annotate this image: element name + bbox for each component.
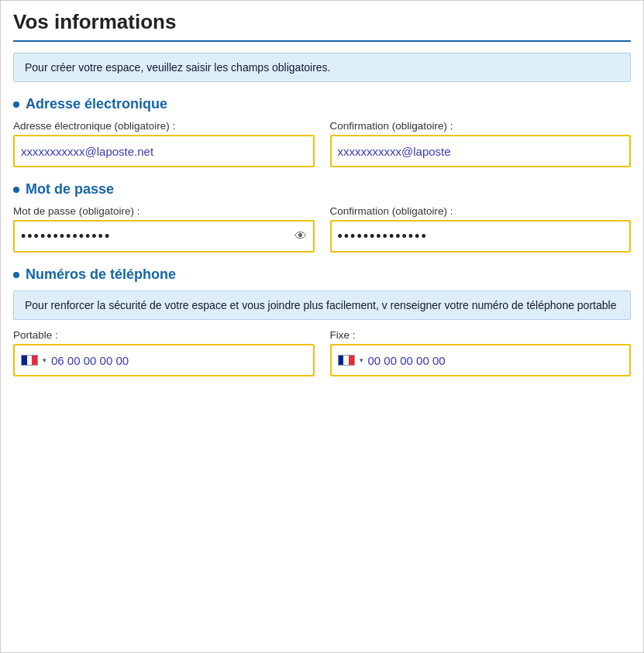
fixe-flag-dropdown[interactable]: ▾	[338, 354, 363, 366]
page-container: Vos informations Pour créer votre espace…	[0, 0, 644, 653]
confirm-email-field-group: Confirmation (obligatoire) :	[330, 120, 632, 167]
portable-input-wrapper[interactable]: ▾	[13, 344, 315, 376]
confirm-password-input-wrapper[interactable]: ••••••••••••••	[330, 220, 632, 253]
portable-input[interactable]	[51, 354, 307, 367]
password-input-wrapper[interactable]: •••••••••••••• 👁	[13, 220, 315, 253]
fixe-input[interactable]	[368, 354, 624, 367]
phone-info-banner: Pour renforcer la sécurité de votre espa…	[13, 290, 631, 320]
password-dots: ••••••••••••••	[21, 229, 111, 245]
email-label: Adresse électronique (obligatoire) :	[13, 120, 315, 132]
confirm-email-label: Confirmation (obligatoire) :	[330, 120, 632, 132]
email-input[interactable]	[21, 145, 307, 158]
fixe-chevron-icon: ▾	[360, 356, 363, 364]
confirm-password-dots: ••••••••••••••	[338, 229, 428, 245]
confirm-password-field-group: Confirmation (obligatoire) : •••••••••••…	[330, 205, 632, 253]
fixe-label: Fixe :	[330, 329, 632, 341]
confirm-email-input-wrapper[interactable]	[330, 135, 632, 167]
portable-flag	[21, 354, 38, 366]
confirm-email-input[interactable]	[338, 145, 624, 158]
portable-flag-dropdown[interactable]: ▾	[21, 354, 46, 366]
email-bullet	[13, 101, 19, 108]
portable-field-group: Portable : ▾	[13, 329, 315, 376]
page-title: Vos informations	[13, 10, 631, 42]
portable-label: Portable :	[13, 329, 315, 341]
password-section-header: Mot de passe	[13, 181, 631, 198]
email-fields-row: Adresse électronique (obligatoire) : Con…	[13, 120, 631, 167]
email-section-title: Adresse électronique	[26, 96, 167, 112]
phone-fields-row: Portable : ▾ Fixe :	[13, 329, 631, 376]
portable-chevron-icon: ▾	[43, 356, 46, 364]
confirm-password-label: Confirmation (obligatoire) :	[330, 205, 632, 217]
phone-section-title: Numéros de téléphone	[26, 266, 176, 283]
phone-bullet	[13, 272, 19, 278]
fixe-flag	[338, 354, 355, 366]
email-field-group: Adresse électronique (obligatoire) :	[13, 120, 315, 167]
fixe-input-wrapper[interactable]: ▾	[330, 344, 632, 376]
password-field-group: Mot de passe (obligatoire) : •••••••••••…	[13, 205, 315, 253]
password-fields-row: Mot de passe (obligatoire) : •••••••••••…	[13, 205, 631, 253]
info-banner: Pour créer votre espace, veuillez saisir…	[13, 53, 631, 82]
email-input-wrapper[interactable]	[13, 135, 315, 167]
password-bullet	[13, 187, 19, 193]
email-section-header: Adresse électronique	[13, 96, 631, 112]
password-section-title: Mot de passe	[26, 181, 114, 198]
eye-icon[interactable]: 👁	[294, 229, 307, 243]
phone-section-header: Numéros de téléphone	[13, 266, 631, 283]
fixe-field-group: Fixe : ▾	[330, 329, 632, 376]
password-label: Mot de passe (obligatoire) :	[13, 205, 315, 217]
